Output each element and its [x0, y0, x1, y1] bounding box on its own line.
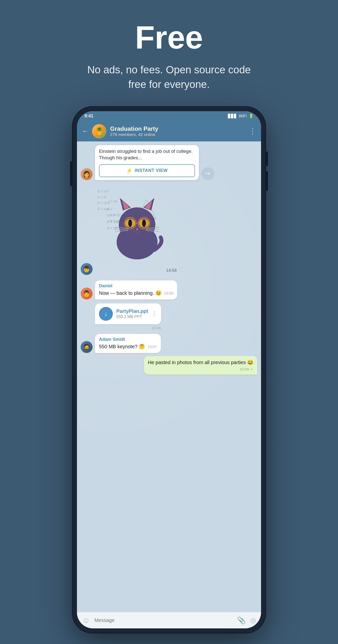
svg-text:P = 2πr: P = 2πr [107, 220, 119, 224]
sender-avatar-boy: 👦 [81, 263, 92, 275]
phone-mockup: 9:41 ▊▊▊ WiFi 🔋 ← 🍍 Graduation Party 278… [72, 107, 266, 633]
article-bubble-wrapper: Einstein struggled to find a job out of … [95, 145, 199, 180]
daniel-sender-name: Daniel [99, 283, 173, 288]
emoji-button[interactable]: ☺ [82, 616, 90, 625]
status-icons: ▊▊▊ WiFi 🔋 [228, 114, 254, 118]
phone-outer-frame: 9:41 ▊▊▊ WiFi 🔋 ← 🍍 Graduation Party 278… [72, 107, 266, 633]
status-time: 9:41 [84, 114, 93, 119]
message-input[interactable] [94, 618, 233, 623]
adam-message-text: 550 MB keynote? 🤔 15:07 [99, 343, 157, 350]
attach-button[interactable]: 📎 [237, 616, 246, 624]
group-avatar: 🍍 [92, 124, 106, 138]
sender-avatar-daniel: 👨 [81, 288, 92, 300]
instant-view-button[interactable]: ⚡ INSTANT VIEW [99, 164, 195, 177]
chat-body: 👩 Einstein struggled to find a job out o… [77, 142, 261, 612]
adam-sender-name: Adam Smidt [99, 337, 157, 342]
hero-subtitle: No ads, no fees. Open source code free f… [82, 63, 256, 92]
share-button[interactable]: ↪ [201, 167, 214, 180]
daniel-message-row: 👨 Daniel Now — back to planning. 😉 15:06 [81, 280, 257, 300]
chat-info: Graduation Party 278 members, 42 online [110, 125, 246, 137]
daniel-message-bubble: Daniel Now — back to planning. 😉 15:06 [95, 280, 177, 300]
daniel-message-time: 15:06 [164, 290, 173, 296]
avatar-image-adam: 🧔 [81, 341, 92, 353]
avatar-image-daniel: 👨 [81, 288, 92, 300]
lightning-icon: ⚡ [126, 168, 133, 174]
volume-up-button [266, 151, 268, 166]
sticker-time: 14:58 [166, 268, 177, 273]
hero-section: Free No ads, no fees. Open source code f… [82, 0, 256, 107]
signal-icon: ▊▊▊ [228, 114, 237, 118]
outgoing-message-text: He pasted in photos from all previous pa… [148, 359, 253, 366]
sender-avatar-girl: 👩 [81, 168, 92, 180]
article-message: 👩 Einstein struggled to find a job out o… [81, 145, 257, 180]
volume-down-button [266, 171, 268, 191]
chat-header: ← 🍍 Graduation Party 278 members, 42 onl… [77, 121, 261, 142]
chat-group-name: Graduation Party [110, 125, 246, 132]
file-bubble: ↓ PartyPlan.ppt 550.2 MB PPT ⋮ [95, 304, 161, 324]
message-input-bar: ☺ 📎 ◎ [77, 612, 261, 628]
outgoing-message-row: He pasted in photos from all previous pa… [81, 356, 257, 374]
article-bubble: Einstein struggled to find a job out of … [95, 145, 199, 180]
svg-point-16 [142, 219, 146, 227]
file-download-button[interactable]: ↓ [99, 307, 113, 321]
file-size: 550.2 MB PPT [116, 314, 148, 319]
outgoing-message-bubble: He pasted in photos from all previous pa… [144, 356, 257, 374]
avatar-image-boy: 👦 [81, 263, 92, 275]
svg-text:V = l²: V = l² [107, 214, 115, 218]
power-button [70, 161, 72, 186]
chat-group-meta: 278 members, 42 online [110, 132, 246, 137]
svg-text:A =: A = [107, 207, 112, 211]
file-info: PartyPlan.ppt 550.2 MB PPT [116, 308, 148, 319]
avatar-image-girl: 👩 [81, 168, 92, 180]
chat-menu-button[interactable]: ⋮ [249, 127, 256, 135]
hero-title: Free [82, 20, 256, 55]
outgoing-message-footer: 15:08 ✓ [148, 367, 253, 372]
camera-button[interactable]: ◎ [250, 616, 256, 624]
file-menu-button[interactable]: ⋮ [152, 310, 157, 317]
cat-sticker: t = πr A = V = l² P = 2πr A = πr² [102, 193, 172, 262]
article-text: Einstein struggled to find a job out of … [99, 148, 195, 161]
back-button[interactable]: ← [82, 127, 88, 135]
svg-point-15 [128, 219, 132, 227]
file-time: 15:06 [95, 326, 161, 330]
daniel-message-text: Now — back to planning. 😉 15:06 [99, 290, 173, 296]
adam-message-bubble: Adam Smidt 550 MB keynote? 🤔 15:07 [95, 334, 161, 353]
outgoing-check-icon: ✓ [250, 367, 253, 372]
file-name: PartyPlan.ppt [116, 308, 148, 314]
file-message-wrapper: ↓ PartyPlan.ppt 550.2 MB PPT ⋮ 15:06 [95, 304, 161, 330]
sender-avatar-adam: 🧔 [81, 341, 92, 353]
outgoing-message-time: 15:08 [240, 367, 249, 371]
adam-message-time: 15:07 [147, 344, 157, 349]
adam-message-row: 🧔 Adam Smidt 550 MB keynote? 🤔 15:07 [81, 334, 257, 353]
battery-icon: 🔋 [249, 114, 254, 118]
svg-text:t = πr: t = πr [109, 200, 117, 203]
instant-view-label: INSTANT VIEW [135, 168, 168, 173]
sticker-section: 👦 A = πr² V = l² P = 2πr A = πr² s = √(r… [81, 186, 257, 275]
sticker-container: A = πr² V = l² P = 2πr A = πr² s = √(r² … [95, 186, 179, 275]
file-message-row: ↓ PartyPlan.ppt 550.2 MB PPT ⋮ 15:06 [81, 304, 257, 330]
wifi-icon: WiFi [239, 114, 247, 118]
status-bar: 9:41 ▊▊▊ WiFi 🔋 [77, 111, 261, 121]
phone-screen: 9:41 ▊▊▊ WiFi 🔋 ← 🍍 Graduation Party 278… [77, 111, 261, 628]
share-icon: ↪ [206, 170, 210, 177]
